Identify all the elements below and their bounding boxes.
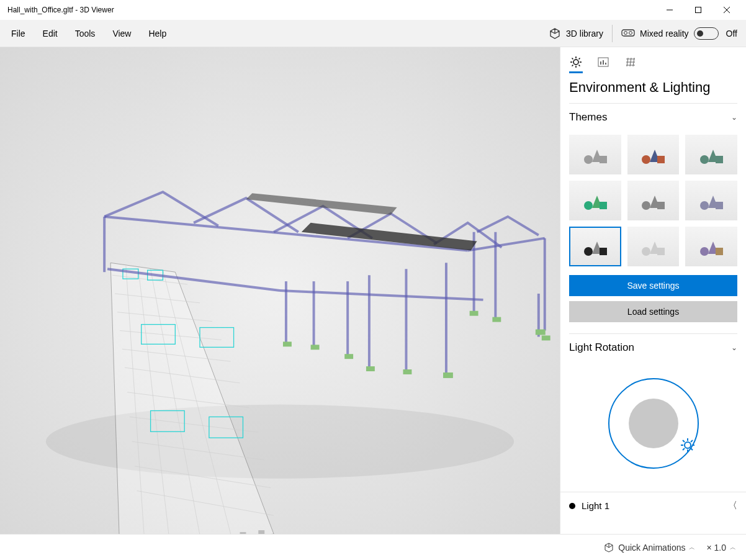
svg-rect-86 [600, 156, 607, 163]
svg-rect-98 [657, 202, 665, 209]
menu-edit[interactable]: Edit [34, 29, 66, 38]
svg-point-87 [642, 155, 650, 164]
chevron-down-icon: ⌄ [731, 113, 737, 122]
light-indicator-icon [569, 503, 575, 509]
svg-point-102 [584, 247, 593, 256]
light-rotation-label: Light Rotation [569, 341, 634, 354]
svg-rect-89 [657, 156, 665, 163]
svg-line-44 [280, 291, 483, 300]
theme-thumb-8[interactable] [685, 227, 737, 266]
zoom-control[interactable]: × 1.0 ︿ [706, 543, 736, 553]
svg-line-121 [683, 448, 685, 450]
chevron-up-icon: ︿ [730, 543, 736, 552]
svg-rect-107 [657, 248, 665, 255]
svg-rect-95 [600, 202, 607, 209]
status-bar: Quick Animations ︿ × 1.0 ︿ [0, 534, 746, 560]
theme-thumb-3[interactable] [569, 181, 621, 220]
svg-line-118 [683, 440, 685, 442]
window-title: Hall_with_Office.gltf - 3D Viewer [5, 6, 655, 14]
svg-point-108 [700, 247, 709, 256]
svg-rect-92 [716, 156, 723, 163]
menu-tools[interactable]: Tools [66, 29, 104, 38]
theme-thumb-7[interactable] [627, 227, 680, 266]
svg-rect-51 [403, 369, 411, 374]
cube-icon [603, 542, 614, 553]
themes-label: Themes [569, 111, 607, 124]
quick-animations-button[interactable]: Quick Animations ︿ [603, 542, 695, 553]
library-button[interactable]: 3D library [549, 27, 603, 40]
svg-rect-47 [283, 341, 292, 346]
svg-rect-27 [200, 328, 234, 348]
minimize-button[interactable] [655, 0, 684, 20]
divider [612, 25, 613, 42]
svg-line-70 [572, 58, 573, 60]
theme-thumb-6[interactable] [569, 227, 621, 266]
svg-line-42 [468, 238, 545, 251]
mixed-reality-group: Mixed reality Off [621, 27, 737, 40]
svg-point-84 [584, 155, 593, 164]
mixed-reality-toggle[interactable] [694, 27, 719, 40]
library-label: 3D library [566, 29, 603, 38]
mixed-reality-state: Off [726, 29, 737, 38]
close-button[interactable] [712, 0, 741, 20]
chevron-left-icon: 〈 [728, 500, 737, 512]
light-rotation-control[interactable] [560, 361, 746, 492]
svg-point-93 [584, 201, 593, 210]
svg-rect-110 [716, 248, 723, 255]
svg-line-71 [579, 65, 580, 66]
svg-point-96 [642, 201, 650, 210]
tab-grid[interactable] [624, 53, 637, 71]
headset-icon [621, 29, 635, 38]
load-settings-button[interactable]: Load settings [569, 301, 737, 322]
menu-view[interactable]: View [104, 29, 140, 38]
svg-rect-50 [366, 366, 375, 371]
svg-point-112 [629, 399, 678, 448]
svg-point-90 [700, 155, 709, 164]
theme-thumb-4[interactable] [627, 181, 680, 220]
svg-rect-53 [470, 311, 479, 316]
themes-section-header[interactable]: Themes ⌄ [560, 104, 746, 131]
svg-point-5 [624, 31, 627, 34]
menu-help[interactable]: Help [140, 29, 175, 38]
cube-icon [549, 27, 561, 40]
svg-rect-1 [696, 7, 701, 13]
sun-icon [570, 56, 582, 68]
svg-rect-48 [311, 345, 320, 350]
model-render [0, 47, 560, 534]
svg-rect-55 [536, 330, 546, 335]
svg-rect-101 [716, 202, 723, 209]
theme-thumb-5[interactable] [685, 181, 737, 220]
svg-point-65 [573, 60, 578, 65]
light-1-row[interactable]: Light 1 〈 [560, 492, 746, 519]
chevron-down-icon: ⌄ [731, 343, 737, 352]
light-1-label: Light 1 [582, 500, 609, 511]
tab-environment[interactable] [569, 53, 583, 71]
svg-line-73 [572, 65, 573, 66]
svg-rect-54 [492, 317, 501, 322]
svg-line-72 [579, 58, 580, 60]
svg-point-6 [629, 31, 632, 34]
save-settings-button[interactable]: Save settings [569, 275, 737, 296]
theme-thumb-1[interactable] [627, 135, 680, 174]
svg-line-120 [691, 440, 693, 442]
theme-thumb-0[interactable] [569, 135, 621, 174]
svg-rect-49 [344, 354, 353, 359]
mixed-reality-label: Mixed reality [640, 29, 689, 38]
light-rotation-header[interactable]: Light Rotation ⌄ [560, 334, 746, 361]
svg-line-119 [691, 448, 693, 450]
quick-animations-label: Quick Animations [618, 543, 685, 553]
title-bar: Hall_with_Office.gltf - 3D Viewer [0, 0, 746, 20]
svg-rect-64 [258, 530, 264, 534]
viewport-3d[interactable] [0, 47, 560, 534]
theme-thumb-2[interactable] [685, 135, 737, 174]
menu-bar: File Edit Tools View Help 3D library Mix… [0, 20, 746, 47]
side-panel: Environment & Lighting Themes ⌄ [560, 47, 746, 534]
tab-stats[interactable] [596, 53, 610, 71]
svg-point-105 [642, 247, 650, 256]
svg-rect-63 [240, 532, 246, 534]
svg-rect-104 [600, 248, 607, 255]
maximize-button[interactable] [684, 0, 712, 20]
svg-line-41 [104, 217, 468, 251]
menu-file[interactable]: File [2, 29, 34, 38]
zoom-label: × 1.0 [706, 543, 726, 553]
